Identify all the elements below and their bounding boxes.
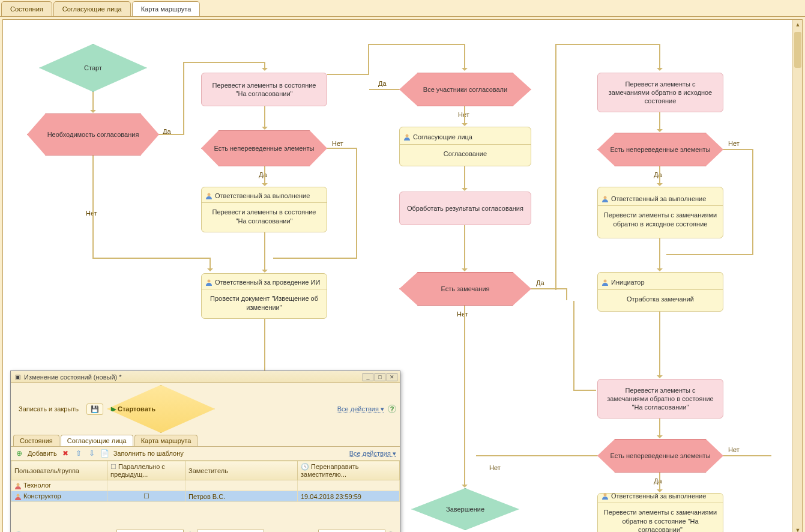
node-resp-exec3[interactable]: Ответственный за выполнение Перевести эл…: [597, 493, 723, 532]
edge-no: Нет: [457, 310, 468, 318]
dialog-window: ▣ Изменение состояний (новый) * _ □ ✕ За…: [10, 370, 400, 532]
main-tabs: Состояния Согласующие лица Карта маршрут…: [0, 0, 805, 17]
edge-yes: Да: [259, 171, 267, 178]
edge-no: Нет: [489, 464, 501, 471]
svg-point-5: [604, 494, 607, 497]
add-button[interactable]: ⊕: [14, 449, 24, 458]
responsible-field[interactable]: Измайлов И.А.…: [318, 530, 385, 532]
dialog-titlebar[interactable]: ▣ Изменение состояний (новый) * _ □ ✕: [11, 371, 400, 383]
user-icon: [601, 279, 609, 286]
finish-time-field[interactable]: :: [197, 530, 264, 532]
node-end[interactable]: Завершение: [411, 488, 519, 530]
edge-no: Нет: [728, 140, 740, 147]
edge-no: Нет: [728, 446, 740, 453]
finish-date-field[interactable]: …: [116, 530, 184, 532]
node-has-untranslated2[interactable]: Есть непереведенные элементы: [597, 133, 723, 166]
move-down-button[interactable]: ⇩: [87, 449, 97, 458]
dialog-tab-states[interactable]: Состояния: [13, 435, 59, 446]
help-icon[interactable]: ?: [388, 405, 396, 413]
fill-template-button[interactable]: 📄: [100, 449, 110, 458]
fill-template-label: Заполнить по шаблону: [113, 450, 184, 457]
svg-point-1: [208, 280, 211, 283]
user-icon: [601, 195, 609, 202]
node-revert-remarks2[interactable]: Перевести элементы с замечаниями обратно…: [597, 379, 723, 419]
maximize-button[interactable]: □: [375, 373, 385, 381]
dialog-toolbar: Записать и закрыть 💾 ▶Стартовать Все дей…: [11, 383, 400, 435]
node-has-remarks[interactable]: Есть замечания: [399, 272, 531, 306]
save-button[interactable]: 💾: [86, 404, 103, 415]
window-icon: ▣: [13, 373, 22, 381]
move-up-button[interactable]: ⇧: [74, 449, 83, 458]
node-resp-exec[interactable]: Ответственный за выполнение Перевести эл…: [201, 187, 327, 232]
grid-all-actions-link[interactable]: Все действия ▾: [349, 450, 396, 458]
col-parallel[interactable]: ☐ Параллельно с предыдущ...: [107, 461, 185, 480]
approvers-grid[interactable]: Пользователь/группа ☐ Параллельно с пред…: [11, 461, 400, 502]
user-icon: [601, 493, 609, 500]
scroll-thumb[interactable]: [794, 32, 801, 68]
col-deputy[interactable]: Заместитель: [185, 461, 298, 480]
scroll-down-icon[interactable]: ▼: [793, 525, 803, 532]
svg-point-0: [208, 193, 211, 196]
tab-approvers[interactable]: Согласующие лица: [53, 1, 131, 16]
tab-states[interactable]: Состояния: [1, 1, 52, 16]
node-has-untranslated[interactable]: Есть непереведенные элементы: [201, 130, 327, 166]
svg-point-2: [406, 135, 409, 138]
node-start[interactable]: Старт: [39, 44, 147, 92]
dialog-title: Изменение состояний (новый) *: [24, 373, 122, 381]
disk-icon: 💾: [91, 405, 99, 413]
node-set-state[interactable]: Перевести элементы в состояние "На согла…: [201, 73, 327, 106]
edge-no: Нет: [86, 210, 97, 217]
node-resp-exec2[interactable]: Ответственный за выполнение Перевести эл…: [597, 187, 723, 238]
node-resp-ii[interactable]: Ответственный за проведение ИИ Провести …: [201, 273, 327, 319]
save-close-button[interactable]: Записать и закрыть: [14, 404, 83, 414]
node-need-approval[interactable]: Необходимость согласования: [27, 113, 159, 156]
tab-route-map[interactable]: Карта маршрута: [132, 1, 200, 16]
col-user[interactable]: Пользователь/группа: [11, 461, 107, 480]
node-approvers[interactable]: Согласующие лица Согласование: [399, 127, 531, 166]
user-icon: [14, 493, 22, 500]
table-row[interactable]: Технолог: [11, 480, 400, 491]
delete-button[interactable]: ✖: [61, 449, 70, 458]
node-process-results[interactable]: Обработать результаты согласования: [399, 192, 531, 225]
add-label: Добавить: [28, 450, 57, 457]
svg-point-6: [17, 483, 20, 486]
checkbox-unchecked-icon[interactable]: ☐: [143, 492, 149, 500]
flowchart-canvas[interactable]: Старт Необходимость согласования Да Нет …: [2, 19, 803, 532]
grid-toolbar: ⊕Добавить ✖ ⇧ ⇩ 📄Заполнить по шаблону Вс…: [11, 447, 400, 461]
all-actions-link[interactable]: Все действия ▾: [337, 405, 384, 413]
node-revert-remarks[interactable]: Перевести элементы с замечаниями обратно…: [597, 73, 723, 112]
dialog-tab-approvers[interactable]: Согласующие лица: [61, 435, 133, 446]
table-row[interactable]: Конструктор ☐Петров В.С.19.04.2018 23:59…: [11, 491, 400, 502]
node-initiator[interactable]: Инициатор Отработка замечаний: [597, 272, 723, 312]
user-icon: [403, 133, 411, 141]
scroll-up-icon[interactable]: ▲: [793, 20, 803, 29]
user-icon: [205, 279, 213, 286]
edge-yes: Да: [654, 171, 662, 178]
edge-yes: Да: [536, 279, 544, 286]
vertical-scrollbar[interactable]: ▲ ▼: [792, 20, 802, 532]
svg-point-3: [604, 196, 607, 199]
edge-no: Нет: [332, 140, 343, 147]
dialog-tab-route[interactable]: Карта маршрута: [134, 435, 198, 446]
dialog-tabs: Состояния Согласующие лица Карта маршрут…: [11, 435, 400, 447]
user-icon: [14, 482, 22, 489]
svg-point-4: [604, 280, 607, 283]
edge-yes: Да: [378, 80, 387, 87]
close-button[interactable]: ✕: [387, 373, 397, 381]
start-button[interactable]: ▶Стартовать: [107, 385, 215, 433]
minimize-button[interactable]: _: [363, 373, 373, 381]
col-redirect[interactable]: 🕓 Перенаправить заместителю...: [298, 461, 400, 480]
play-icon: ▶: [111, 405, 116, 413]
node-all-approved[interactable]: Все участники согласовали: [399, 73, 531, 106]
node-has-untranslated3[interactable]: Есть непереведенные элементы: [597, 439, 723, 473]
svg-point-7: [17, 494, 20, 497]
edge-yes: Да: [654, 477, 662, 485]
user-icon: [205, 192, 213, 199]
